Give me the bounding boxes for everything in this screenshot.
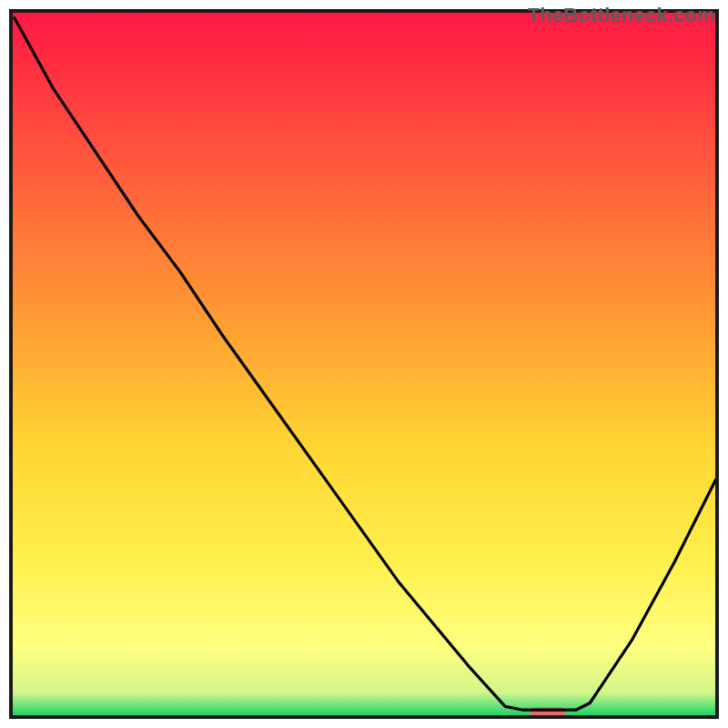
chart-svg — [0, 0, 728, 728]
bottleneck-chart: TheBottleneck.com — [0, 0, 728, 728]
gradient-background — [11, 11, 717, 717]
watermark-text: TheBottleneck.com — [528, 4, 715, 27]
